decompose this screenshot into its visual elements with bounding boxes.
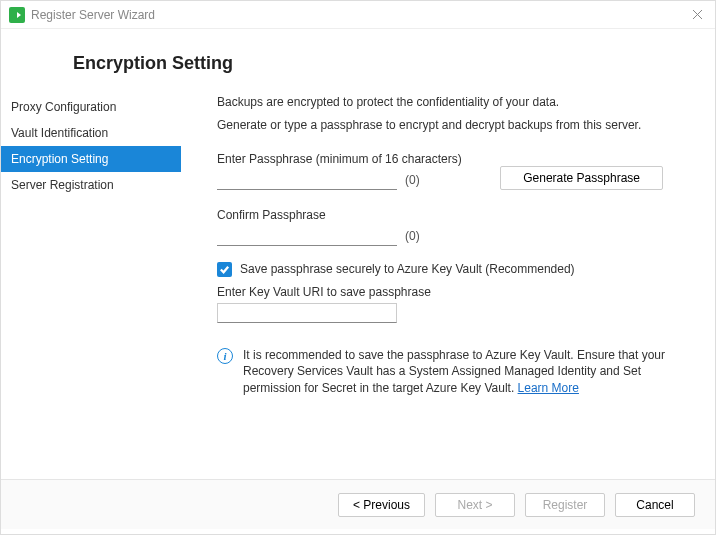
save-keyvault-checkbox[interactable] <box>217 262 232 277</box>
main-content: Backups are encrypted to protect the con… <box>181 94 715 479</box>
confirm-passphrase-count: (0) <box>405 229 420 243</box>
enter-passphrase-count: (0) <box>405 173 420 187</box>
info-message: It is recommended to save the passphrase… <box>243 348 665 396</box>
keyvault-uri-label: Enter Key Vault URI to save passphrase <box>217 285 691 299</box>
sidebar-item-registration[interactable]: Server Registration <box>1 172 181 198</box>
intro-line-1: Backups are encrypted to protect the con… <box>217 94 691 111</box>
next-button[interactable]: Next > <box>435 493 515 517</box>
confirm-passphrase-input[interactable] <box>217 226 397 246</box>
confirm-passphrase-label: Confirm Passphrase <box>217 208 691 222</box>
app-icon <box>9 7 25 23</box>
register-button[interactable]: Register <box>525 493 605 517</box>
keyvault-uri-input[interactable] <box>217 303 397 323</box>
enter-passphrase-label: Enter Passphrase (minimum of 16 characte… <box>217 152 462 166</box>
sidebar-item-vault[interactable]: Vault Identification <box>1 120 181 146</box>
previous-button[interactable]: < Previous <box>338 493 425 517</box>
sidebar-item-proxy[interactable]: Proxy Configuration <box>1 94 181 120</box>
enter-passphrase-input[interactable] <box>217 170 397 190</box>
window-title: Register Server Wizard <box>31 8 155 22</box>
info-icon: i <box>217 348 233 364</box>
page-header: Encryption Setting <box>1 29 715 94</box>
cancel-button[interactable]: Cancel <box>615 493 695 517</box>
generate-passphrase-button[interactable]: Generate Passphrase <box>500 166 663 190</box>
footer: < Previous Next > Register Cancel <box>1 479 715 529</box>
save-keyvault-label: Save passphrase securely to Azure Key Va… <box>240 262 575 276</box>
sidebar-item-encryption[interactable]: Encryption Setting <box>1 146 181 172</box>
intro-line-2: Generate or type a passphrase to encrypt… <box>217 117 691 134</box>
learn-more-link[interactable]: Learn More <box>518 381 579 395</box>
info-text: It is recommended to save the passphrase… <box>243 347 681 397</box>
close-icon[interactable] <box>687 5 707 25</box>
sidebar: Proxy Configuration Vault Identification… <box>1 94 181 479</box>
titlebar: Register Server Wizard <box>1 1 715 29</box>
page-title: Encryption Setting <box>73 53 715 74</box>
